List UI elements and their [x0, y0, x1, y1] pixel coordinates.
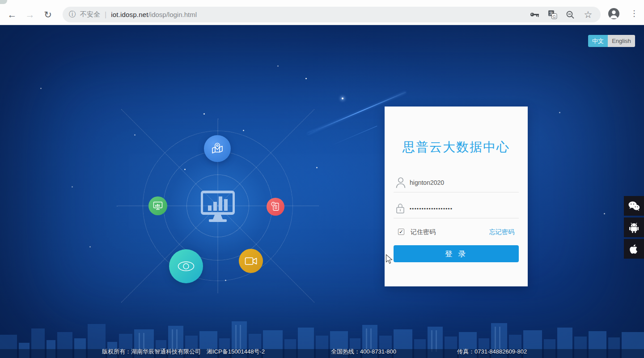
report-clock-icon — [270, 201, 281, 213]
forgot-password-link[interactable]: 忘记密码 — [489, 228, 514, 236]
apple-button[interactable] — [624, 239, 644, 259]
login-page: 中文 English 思普云大数据中心 ✓ 记住密码 忘记密码 登 录 — [0, 25, 644, 358]
hotline-text: 全国热线：400-8731-800 — [331, 348, 396, 356]
camera-satellite — [239, 249, 263, 273]
map-pin-icon — [210, 141, 225, 156]
eye-icon — [177, 260, 195, 273]
browser-chrome: ← → ↻ ⓘ 不安全 | iot.idosp.net /idosp/login… — [0, 0, 644, 25]
map-pin-satellite — [204, 135, 231, 162]
bookmark-star-icon[interactable]: ☆ — [582, 9, 594, 21]
wechat-button[interactable] — [624, 196, 644, 216]
username-input[interactable] — [410, 179, 506, 186]
bright-star — [342, 98, 343, 99]
check-icon: ✓ — [399, 229, 403, 235]
url-separator: | — [105, 11, 106, 19]
page-title: 思普云大数据中心 — [385, 139, 528, 156]
light-streak-faint — [332, 126, 377, 145]
report-satellite — [267, 198, 284, 216]
side-app-bar — [624, 196, 644, 259]
screen-chart-icon — [153, 201, 163, 211]
screen-satellite — [148, 196, 167, 215]
copyright-text: 版权所有：湖南华辰智通科技有限公司 湘ICP备15001448号-2 — [102, 348, 265, 356]
remember-label: 记住密码 — [411, 228, 436, 236]
reload-icon[interactable]: ↻ — [41, 8, 55, 21]
fax-text: 传真：0731-84882609-802 — [457, 348, 527, 356]
eye-satellite — [169, 249, 203, 283]
login-card: 思普云大数据中心 ✓ 记住密码 忘记密码 登 录 — [385, 107, 528, 286]
user-icon — [395, 176, 406, 190]
zoom-out-icon[interactable] — [564, 9, 576, 21]
monitor-chart-icon — [198, 189, 237, 225]
username-underline — [394, 192, 519, 192]
android-icon — [629, 222, 639, 233]
remember-checkbox[interactable]: ✓ — [398, 229, 404, 235]
password-underline — [394, 218, 519, 218]
translate-icon[interactable]: 文 G — [546, 9, 559, 21]
mouse-cursor-icon — [386, 254, 393, 266]
language-toggle: 中文 English — [588, 35, 635, 47]
lang-english-button[interactable]: English — [608, 35, 635, 47]
address-bar[interactable]: ⓘ 不安全 | iot.idosp.net /idosp/login.html … — [63, 7, 601, 22]
profile-avatar-icon[interactable] — [607, 7, 620, 20]
lang-chinese-button[interactable]: 中文 — [588, 35, 608, 47]
tab-corner — [0, 0, 7, 4]
url-path: /idosp/login.html — [148, 11, 197, 18]
android-button[interactable] — [624, 217, 644, 237]
video-camera-icon — [245, 256, 257, 266]
url-host: iot.idosp.net — [111, 11, 148, 18]
key-icon[interactable] — [528, 9, 541, 21]
info-icon[interactable]: ⓘ — [69, 10, 76, 19]
apple-icon — [629, 243, 639, 255]
wechat-icon — [628, 201, 640, 211]
login-button[interactable]: 登 录 — [394, 245, 519, 262]
security-label: 不安全 — [80, 10, 100, 19]
footer-bar — [0, 349, 644, 358]
menu-dots-icon[interactable]: ⋮ — [629, 7, 640, 20]
password-input[interactable] — [410, 206, 506, 211]
svg-text:G: G — [552, 14, 555, 19]
stars-decoration — [0, 25, 1, 26]
back-icon[interactable]: ← — [5, 8, 19, 21]
forward-icon[interactable]: → — [23, 8, 37, 21]
lock-icon — [395, 202, 405, 216]
